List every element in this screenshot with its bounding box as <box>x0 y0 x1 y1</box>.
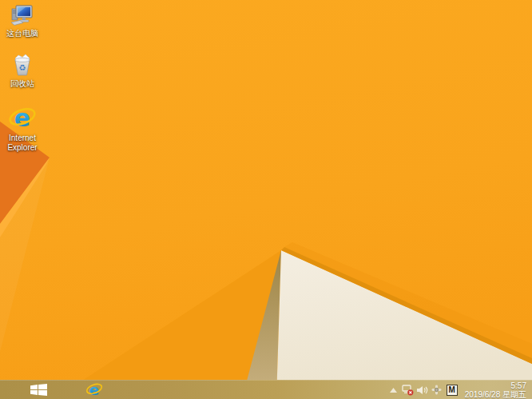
volume-button[interactable] <box>416 381 429 399</box>
internet-explorer-icon: e <box>85 381 103 398</box>
windows-logo-icon <box>30 384 47 396</box>
hardware-utility-button[interactable] <box>431 381 443 399</box>
clock-time: 5:57 <box>465 381 526 390</box>
svg-text:♻: ♻ <box>19 63 26 72</box>
recycle-bin-icon: ♻ <box>11 52 34 78</box>
desktop[interactable]: 这台电脑 ♻ 回收站 e Internet Explorer <box>0 0 532 399</box>
system-tray: M 5:57 2019/6/28 星期五 <box>387 381 532 399</box>
taskbar-clock[interactable]: 5:57 2019/6/28 星期五 <box>465 381 526 399</box>
desktop-icon-label: Internet Explorer <box>1 134 44 153</box>
desktop-icon-label: 这台电脑 <box>6 29 38 38</box>
network-status-button[interactable] <box>402 381 415 399</box>
chevron-up-icon <box>390 388 397 393</box>
desktop-icon-this-pc[interactable]: 这台电脑 <box>0 3 45 38</box>
desktop-icon-internet-explorer[interactable]: e Internet Explorer <box>0 105 45 153</box>
clock-date: 2019/6/28 星期五 <box>465 390 526 399</box>
desktop-icon-recycle-bin[interactable]: ♻ 回收站 <box>0 52 45 89</box>
network-disconnected-icon <box>402 385 414 396</box>
internet-explorer-icon: e <box>8 105 37 132</box>
start-button[interactable] <box>24 381 53 399</box>
show-hidden-icons-button[interactable] <box>387 381 400 399</box>
taskbar: e <box>0 380 532 399</box>
wallpaper-image <box>0 0 532 399</box>
speaker-icon <box>417 385 428 395</box>
cross-utility-icon <box>431 385 442 395</box>
taskbar-internet-explorer-button[interactable]: e <box>77 381 112 399</box>
desktop-icon-label: 回收站 <box>10 79 34 89</box>
this-pc-icon <box>10 3 35 27</box>
ime-indicator[interactable]: M <box>447 385 458 396</box>
